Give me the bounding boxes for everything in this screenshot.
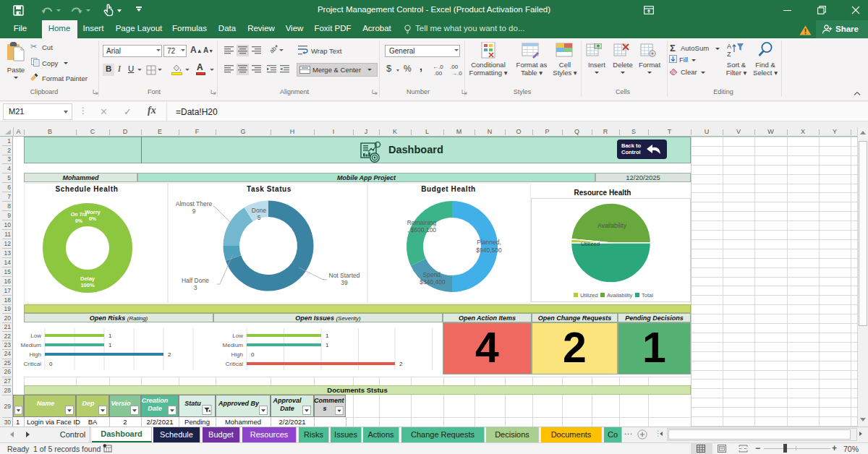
svg-text:0%: 0%: [75, 218, 83, 223]
svg-text:Medium: Medium: [21, 342, 42, 348]
svg-text:$940,500: $940,500: [476, 247, 502, 254]
svg-text:Critical: Critical: [24, 361, 42, 367]
svg-text:Planned,: Planned,: [477, 239, 501, 246]
svg-text:Done: Done: [252, 207, 267, 214]
svg-text:Critical: Critical: [226, 361, 244, 367]
svg-text:$340,400: $340,400: [420, 278, 446, 286]
svg-text:1: 1: [109, 333, 112, 339]
svg-text:1: 1: [326, 333, 329, 339]
svg-text:Delay: Delay: [80, 275, 95, 282]
svg-text:Half Done: Half Done: [182, 277, 209, 284]
svg-text:Medium: Medium: [223, 342, 244, 348]
svg-text:2: 2: [168, 351, 171, 358]
svg-text:Utilized: Utilized: [581, 241, 600, 247]
svg-text:3: 3: [194, 284, 197, 291]
svg-text:Remaining: Remaining: [407, 219, 437, 226]
svg-text:39: 39: [341, 279, 348, 286]
svg-text:A: A: [727, 43, 731, 50]
svg-text:Not Started: Not Started: [329, 272, 360, 279]
svg-text:, $600,100: , $600,100: [407, 226, 436, 234]
svg-text:Spend,: Spend,: [423, 271, 443, 278]
svg-text:1: 1: [326, 342, 329, 348]
svg-text:100%: 100%: [80, 282, 95, 288]
svg-text:Almost There: Almost There: [176, 200, 213, 207]
svg-text:Utilized: Utilized: [580, 292, 598, 299]
svg-text:Low: Low: [30, 333, 41, 339]
svg-text:0: 0: [251, 351, 255, 358]
svg-text:2: 2: [399, 361, 403, 367]
svg-text:0%: 0%: [89, 216, 97, 221]
svg-text:Availability: Availability: [597, 222, 627, 229]
svg-text:Total: Total: [642, 292, 653, 299]
svg-text:Availability: Availability: [607, 292, 633, 299]
svg-text:High: High: [30, 351, 41, 358]
svg-text:9: 9: [192, 207, 196, 215]
svg-text:Low: Low: [232, 333, 243, 339]
svg-text:Z: Z: [727, 51, 731, 58]
svg-text:High: High: [231, 351, 243, 358]
svg-text:0: 0: [49, 361, 53, 367]
svg-text:1: 1: [109, 342, 112, 348]
svg-text:5: 5: [258, 214, 261, 221]
svg-text:Worry: Worry: [85, 209, 101, 215]
